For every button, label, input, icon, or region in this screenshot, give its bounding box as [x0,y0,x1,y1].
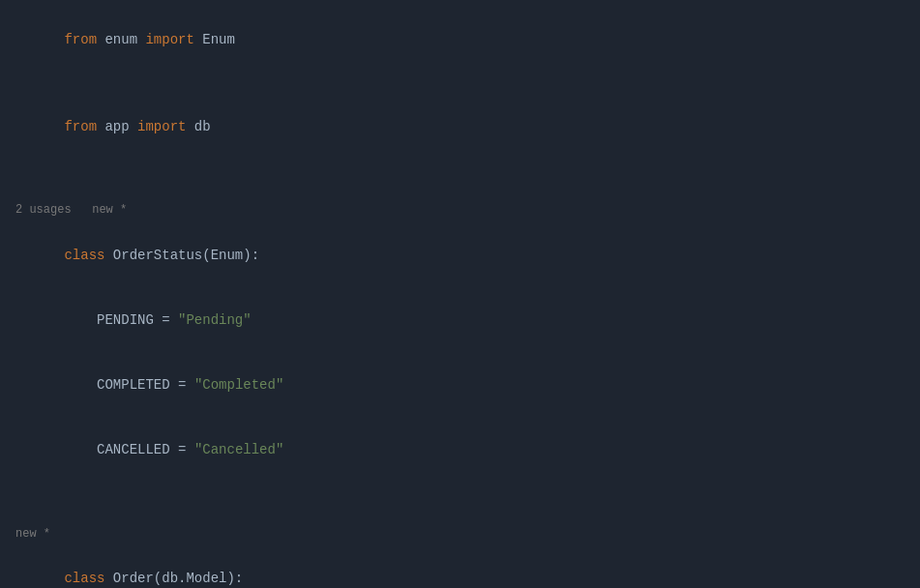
empty-line-2 [0,159,920,180]
enum-pending: PENDING [97,312,154,328]
code-line-class-orderstatus: class OrderStatus(Enum): [0,222,920,287]
class-orderstatus: OrderStatus(Enum): [104,248,259,263]
keyword-class-2: class [64,571,104,586]
usage-hint-1: 2 usages new * [0,201,920,222]
keyword-class-1: class [64,248,104,263]
string-pending: "Pending" [178,312,252,328]
equals-pending: = [154,312,178,328]
empty-line-4 [0,483,920,504]
import-enum: Enum [194,32,235,47]
keyword-import: import [145,32,193,47]
indent-completed [64,377,97,393]
new-hint-text: new * [15,525,50,544]
empty-line [0,73,920,94]
equals-completed: = [170,377,194,393]
code-line-2: from app import db [0,94,920,159]
keyword-from-2: from [64,119,97,134]
usage-hint-2: new * [0,525,920,546]
code-line-1: from enum import Enum [0,8,920,73]
equals-cancelled: = [170,442,194,457]
code-line-cancelled: CANCELLED = "Cancelled" [0,418,920,483]
string-completed: "Completed" [194,377,283,393]
string-cancelled: "Cancelled" [194,442,283,457]
empty-line-5 [0,504,920,525]
indent-cancelled [64,442,97,457]
empty-line-3 [0,180,920,201]
keyword-import-2: import [137,119,186,134]
class-order: Order(db.Model): [104,571,243,586]
code-line-class-order: class Order(db.Model): [0,546,920,588]
import-db: db [186,119,210,134]
code-line-completed: COMPLETED = "Completed" [0,353,920,418]
keyword-from: from [64,32,97,47]
indent-pending [64,312,97,328]
enum-cancelled: CANCELLED [97,442,170,457]
code-editor: from enum import Enum from app import db… [0,0,920,588]
code-line-pending: PENDING = "Pending" [0,288,920,353]
module-enum: enum [97,32,145,47]
usage-hint-text: 2 usages new * [15,201,127,220]
module-app: app [97,119,137,134]
enum-completed: COMPLETED [97,377,170,393]
